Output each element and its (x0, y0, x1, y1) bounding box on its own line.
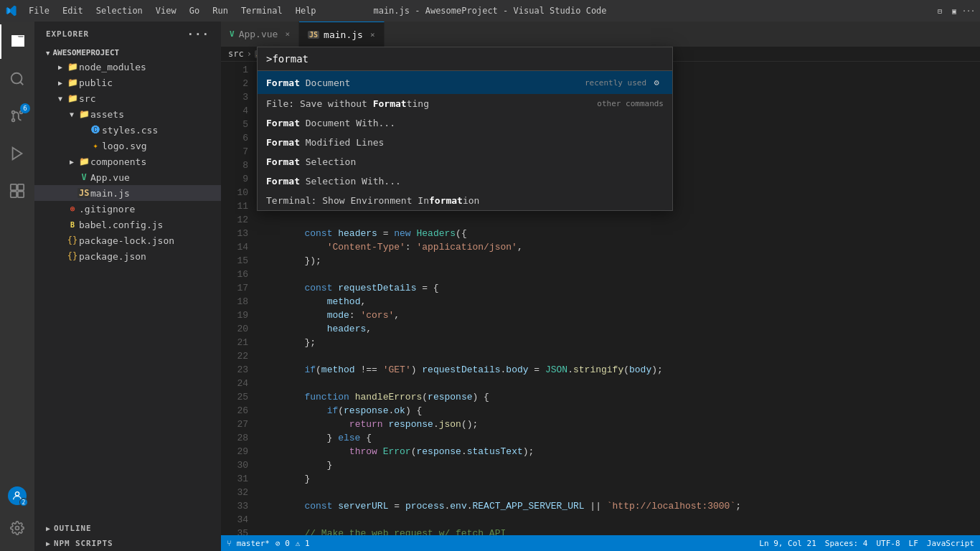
command-dropdown: >format Format Document recently used ⚙ … (257, 47, 673, 211)
svg-point-2 (11, 73, 22, 84)
tree-item-assets[interactable]: ▼ 📁 assets (34, 106, 221, 122)
svg-rect-10 (18, 184, 24, 190)
sidebar-sections: ▶ OUTLINE ▶ NPM SCRIPTS (34, 521, 221, 551)
line-ending[interactable]: LF (909, 539, 918, 548)
recently-used-label: recently used (585, 78, 646, 88)
window-title: main.js - AwesomeProject - Visual Studio… (373, 6, 606, 16)
sidebar: EXPLORER ··· ▼ AWESOMEPROJECT ▶ 📁 node_m… (34, 22, 221, 551)
tabs-bar: V App.vue × JS main.js × (221, 22, 980, 47)
tree-item-components[interactable]: ▶ 📁 components (34, 154, 221, 169)
svg-point-6 (12, 119, 15, 122)
svg-rect-9 (11, 184, 17, 190)
git-branch-status[interactable]: ⑂ master* (227, 539, 270, 548)
tree-item-package-lock[interactable]: {} package-lock.json (34, 232, 221, 248)
search-activity-icon[interactable] (0, 62, 34, 96)
dropdown-item-terminal-info[interactable]: Terminal: Show Environment Information (258, 191, 672, 210)
project-root-item[interactable]: ▼ AWESOMEPROJECT (34, 47, 221, 59)
status-bar-right: Ln 9, Col 21 Spaces: 4 UTF-8 LF JavaScri… (759, 539, 974, 548)
explorer-activity-icon[interactable] (0, 24, 34, 59)
svg-rect-0 (14, 40, 22, 41)
svg-marker-8 (13, 148, 22, 160)
split-editor-icon[interactable]: ▣ (948, 5, 960, 17)
menu-run[interactable]: Run (207, 4, 234, 17)
sidebar-more-button[interactable]: ··· (187, 27, 209, 41)
command-input-text: >format (266, 53, 308, 65)
tree-item-app-vue[interactable]: V App.vue (34, 169, 221, 185)
npm-scripts-section-header[interactable]: ▶ NPM SCRIPTS (34, 536, 221, 551)
activity-bar: 6 2 (0, 22, 34, 551)
file-tree: ▶ 📁 node_modules ▶ 📁 public ▼ 📁 src (34, 59, 221, 521)
format-document-gear-icon[interactable]: ⚙ (649, 75, 664, 90)
tree-item-logo-svg[interactable]: ✦ logo.svg (34, 138, 221, 154)
menu-view[interactable]: View (150, 4, 182, 17)
tab-main-js-label: main.js (324, 29, 363, 40)
svg-rect-12 (18, 192, 24, 197)
cursor-position[interactable]: Ln 9, Col 21 (759, 539, 816, 548)
dropdown-item-format-selection-with[interactable]: Format Selection With... (258, 171, 672, 191)
line-numbers: 12345 678910 1112131415 1617181920 21222… (221, 62, 257, 535)
menu-go[interactable]: Go (184, 4, 205, 17)
account-icon[interactable]: 2 (8, 486, 27, 505)
tree-item-main-js[interactable]: JS main.js (34, 185, 221, 201)
tree-item-styles-css[interactable]: 🅒 styles.css (34, 122, 221, 138)
format-document-with-label: Format Document With... (266, 118, 395, 128)
menu-selection[interactable]: Selection (90, 4, 149, 17)
tree-item-package-json[interactable]: {} package.json (34, 248, 221, 264)
activity-bar-bottom: 2 (0, 486, 34, 551)
format-document-label: Format Document (266, 77, 350, 88)
terminal-info-label: Terminal: Show Environment Information (266, 195, 479, 206)
status-bar-left: ⑂ master* ⊘ 0 ⚠ 1 (227, 539, 310, 548)
tab-main-js-close[interactable]: × (370, 30, 375, 39)
menu-bar: File Edit Selection View Go Run Terminal… (23, 4, 322, 17)
format-modified-lines-label: Format Modified Lines (266, 137, 384, 148)
dropdown-item-format-selection[interactable]: Format Selection (258, 152, 672, 171)
svg-point-14 (16, 527, 19, 530)
tree-item-gitignore[interactable]: ⊛ .gitignore (34, 201, 221, 217)
dropdown-item-format-document-with[interactable]: Format Document With... (258, 113, 672, 133)
tree-item-babel-config[interactable]: B babel.config.js (34, 217, 221, 232)
menu-edit[interactable]: Edit (57, 4, 89, 17)
outline-section-header[interactable]: ▶ OUTLINE (34, 521, 221, 536)
sidebar-header: EXPLORER ··· (34, 22, 221, 47)
tree-item-node-modules[interactable]: ▶ 📁 node_modules (34, 59, 221, 75)
format-selection-with-label: Format Selection With... (266, 176, 401, 187)
tab-app-vue-label: App.vue (239, 29, 278, 39)
menu-file[interactable]: File (23, 4, 55, 17)
menu-terminal[interactable]: Terminal (235, 4, 288, 17)
svg-point-13 (15, 492, 19, 496)
status-bar: ⑂ master* ⊘ 0 ⚠ 1 Ln 9, Col 21 Spaces: 4… (221, 535, 980, 551)
language-mode[interactable]: JavaScript (927, 539, 974, 548)
tab-main-js[interactable]: JS main.js × (299, 22, 384, 47)
source-control-activity-icon[interactable]: 6 (0, 99, 34, 133)
explorer-title: EXPLORER (46, 29, 89, 39)
svg-line-3 (20, 82, 23, 85)
encoding[interactable]: UTF-8 (876, 539, 900, 548)
debug-activity-icon[interactable] (0, 136, 34, 171)
breadcrumb-separator: › (247, 49, 252, 59)
extensions-activity-icon[interactable] (0, 174, 34, 208)
tab-app-vue-close[interactable]: × (285, 29, 290, 39)
dropdown-item-save-without-formatting[interactable]: File: Save without Formatting other comm… (258, 94, 672, 113)
save-without-formatting-label: File: Save without Formatting (266, 98, 429, 109)
more-actions-icon[interactable]: ··· (963, 5, 974, 17)
dropdown-item-format-modified-lines[interactable]: Format Modified Lines (258, 133, 672, 152)
error-count[interactable]: ⊘ 0 (275, 539, 290, 548)
tree-item-public[interactable]: ▶ 📁 public (34, 75, 221, 90)
other-commands-label: other commands (597, 99, 664, 108)
menu-help[interactable]: Help (290, 4, 322, 17)
indentation[interactable]: Spaces: 4 (825, 539, 868, 548)
command-input-bar: >format (258, 47, 672, 71)
editor-area: V App.vue × JS main.js × src › JS main.j… (221, 22, 980, 551)
vscode-logo-icon (6, 5, 17, 17)
warning-count[interactable]: ⚠ 1 (296, 539, 310, 548)
format-selection-label: Format Selection (266, 156, 356, 167)
breadcrumb-src[interactable]: src (228, 49, 244, 59)
tree-item-src[interactable]: ▼ 📁 src (34, 90, 221, 106)
svg-point-4 (12, 111, 15, 114)
tab-app-vue[interactable]: V App.vue × (221, 22, 299, 47)
window-controls: ⊟ ▣ ··· (934, 5, 974, 17)
main-layout: 6 2 EXPLORER ··· ▼ AWESOMEPROJECT (0, 22, 980, 551)
dropdown-item-format-document[interactable]: Format Document recently used ⚙ (258, 71, 672, 94)
layout-icon[interactable]: ⊟ (934, 5, 946, 17)
settings-gear-icon[interactable] (0, 511, 34, 545)
